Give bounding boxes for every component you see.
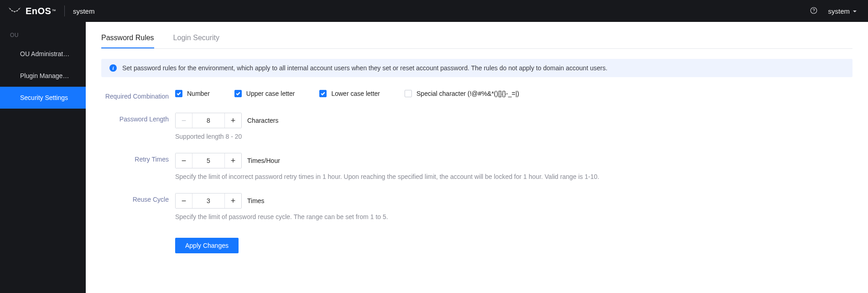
retry-times-unit: Times/Hour <box>247 157 280 164</box>
user-label: system <box>828 7 850 15</box>
password-length-decrement[interactable]: − <box>176 113 192 128</box>
reuse-cycle-hint: Specify the limit of password reuse cycl… <box>175 213 852 220</box>
checkbox-number[interactable]: Number <box>175 90 210 97</box>
checkbox-upper[interactable]: Upper case letter <box>234 90 295 97</box>
reuse-cycle-stepper: − 3 + <box>175 193 242 209</box>
label-retry-times: Retry Times <box>101 153 175 163</box>
retry-times-decrement[interactable]: − <box>176 153 192 168</box>
sidebar-item-security-settings[interactable]: Security Settings <box>0 87 86 109</box>
checkbox-label: Special character (!@#%&*()[]{}-_=|) <box>416 90 519 97</box>
retry-times-value[interactable]: 5 <box>192 153 224 168</box>
reuse-cycle-decrement[interactable]: − <box>176 194 192 208</box>
checkbox-lower[interactable]: Lower case letter <box>319 90 380 97</box>
logo-icon <box>8 6 21 16</box>
reuse-cycle-value[interactable]: 3 <box>192 194 224 208</box>
topbar: EnOS™ system system <box>0 0 868 22</box>
sidebar-item-label: Plugin Manage… <box>20 72 69 79</box>
context-label: system <box>73 7 95 15</box>
check-icon <box>319 90 327 97</box>
tab-password-rules[interactable]: Password Rules <box>101 34 154 48</box>
sidebar-section: OU <box>0 32 86 38</box>
info-icon: i <box>109 64 117 72</box>
checkbox-special[interactable]: Special character (!@#%&*()[]{}-_=|) <box>405 90 519 97</box>
reuse-cycle-unit: Times <box>247 197 265 204</box>
label-required-combination: Required Combination <box>101 90 175 100</box>
check-icon <box>234 90 242 97</box>
password-length-value[interactable]: 8 <box>192 113 224 128</box>
label-password-length: Password Length <box>101 113 175 123</box>
brand-group: EnOS™ <box>8 6 56 16</box>
check-icon <box>175 90 182 97</box>
sidebar-item-ou-admin[interactable]: OU Administrat… <box>0 43 86 65</box>
svg-point-1 <box>11 10 12 11</box>
checkbox-label: Upper case letter <box>246 90 295 97</box>
svg-point-6 <box>814 12 814 12</box>
sidebar: OU OU Administrat… Plugin Manage… Securi… <box>0 22 86 293</box>
label-reuse-cycle: Reuse Cycle <box>101 193 175 203</box>
checkbox-label: Lower case letter <box>331 90 380 97</box>
check-icon <box>405 90 412 97</box>
chevron-down-icon <box>852 7 857 15</box>
password-length-stepper: − 8 + <box>175 113 242 128</box>
svg-point-4 <box>19 8 20 9</box>
sidebar-item-label: OU Administrat… <box>20 50 69 58</box>
help-icon[interactable] <box>810 6 818 16</box>
divider <box>64 5 65 16</box>
svg-point-2 <box>14 11 15 12</box>
password-length-unit: Characters <box>247 117 278 124</box>
tab-login-security[interactable]: Login Security <box>173 34 219 48</box>
retry-times-stepper: − 5 + <box>175 153 242 168</box>
user-dropdown[interactable]: system <box>828 7 857 15</box>
reuse-cycle-increment[interactable]: + <box>225 194 241 208</box>
retry-times-increment[interactable]: + <box>225 153 241 168</box>
apply-changes-button[interactable]: Apply Changes <box>175 238 239 253</box>
info-banner: i Set password rules for the environment… <box>101 59 852 77</box>
tabs: Password Rules Login Security <box>101 34 852 49</box>
password-length-hint: Supported length 8 - 20 <box>175 133 852 140</box>
retry-times-hint: Specify the limit of incorrect password … <box>175 173 852 180</box>
sidebar-item-label: Security Settings <box>20 94 68 101</box>
svg-point-3 <box>16 10 17 11</box>
sidebar-item-plugin-manage[interactable]: Plugin Manage… <box>0 65 86 87</box>
svg-point-0 <box>10 8 10 9</box>
checkbox-label: Number <box>187 90 210 97</box>
brand-text: EnOS™ <box>26 6 56 16</box>
info-banner-text: Set password rules for the environment, … <box>122 64 608 72</box>
main-content: Password Rules Login Security i Set pass… <box>86 22 868 293</box>
password-length-increment[interactable]: + <box>225 113 241 128</box>
